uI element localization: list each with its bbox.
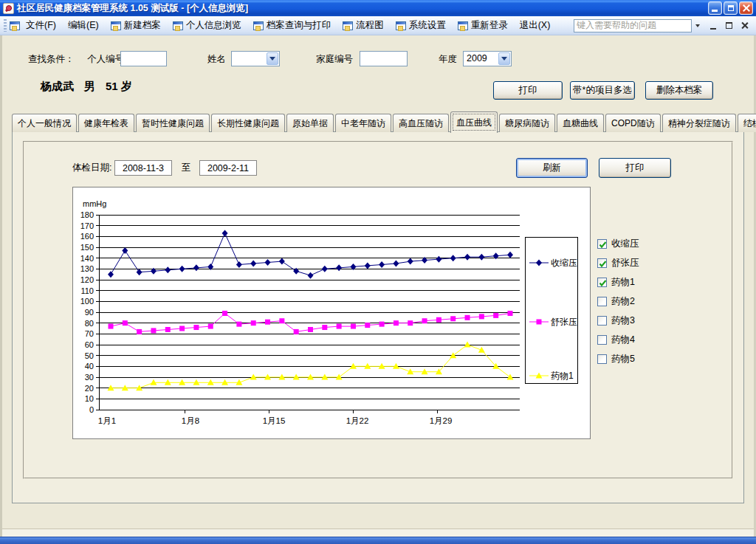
tab-7[interactable]: 血压曲线 [450,111,498,133]
square-marker [493,313,498,318]
checkbox-unchecked-icon[interactable] [597,335,607,345]
menu-items: 文件(F)编辑(E)新建档案个人信息浏览档案查询与打印流程图系统设置重新登录退出… [20,16,556,35]
tab-10[interactable]: COPD随访 [605,114,661,132]
personal-id-input[interactable] [120,51,167,66]
checkbox-checked-icon[interactable] [597,258,607,268]
series-toggle-label: 药物1 [611,276,635,289]
series-toggle-0[interactable]: 收缩压 [597,239,639,249]
menu-item-3[interactable]: 个人信息浏览 [167,18,247,34]
titlebar: 社区居民健康档案管理系统 1.05 测试版 - [个人信息浏览] [0,0,756,16]
chart-group-panel: 体检日期: 2008-11-3 至 2009-2-11 刷新 打印 010203… [23,141,733,479]
tab-0[interactable]: 个人一般情况 [12,114,77,132]
diamond-marker [265,259,271,266]
series-toggle-label: 收缩压 [611,238,639,250]
multi-select-button[interactable]: 带*的项目多选 [570,81,635,100]
checkbox-unchecked-icon[interactable] [597,297,607,306]
series-toggle-6[interactable]: 药物5 [597,354,639,364]
checkbox-checked-icon[interactable] [597,239,607,249]
triangle-marker [407,368,413,374]
close-icon [741,22,748,29]
series-toggle-3[interactable]: 药物2 [597,297,639,306]
square-marker [508,311,513,316]
tab-6[interactable]: 高血压随访 [393,114,449,132]
checkbox-unchecked-icon[interactable] [597,354,607,364]
date-from-field[interactable]: 2008-11-3 [114,160,172,176]
series-toggle-2[interactable]: 药物1 [597,278,639,287]
square-marker [222,311,227,316]
menu-item-6[interactable]: 系统设置 [390,18,452,34]
square-marker [208,324,213,329]
square-marker [179,326,185,331]
square-marker [137,329,142,334]
square-marker [365,323,370,328]
help-search-input[interactable]: 键入需要帮助的问题 [574,19,692,32]
mdi-minimize-button[interactable] [707,20,719,31]
svg-text:70: 70 [85,329,94,338]
tab-2[interactable]: 暂时性健康问题 [136,114,210,132]
chevron-down-icon[interactable] [498,52,510,65]
checkbox-checked-icon[interactable] [597,278,607,287]
tab-4[interactable]: 原始单据 [286,114,334,132]
print-chart-button[interactable]: 打印 [599,158,671,178]
diamond-marker [250,261,256,267]
patient-age: 51 岁 [106,80,132,94]
taskbar-strip [0,537,756,544]
restore-icon [726,22,732,29]
series-toggle-1[interactable]: 舒张压 [597,258,639,268]
tab-9[interactable]: 血糖曲线 [557,114,604,132]
menu-item-2[interactable]: 新建档案 [105,18,167,34]
tab-12[interactable]: 结核病随访 [738,114,756,132]
menu-item-label: 新建档案 [124,19,161,32]
tab-5[interactable]: 中老年随访 [335,114,391,132]
year-select[interactable]: 2009 [463,51,512,66]
help-dropdown-icon[interactable] [693,20,701,32]
svg-text:60: 60 [85,340,94,349]
date-to-field[interactable]: 2009-2-11 [199,160,257,176]
status-strip [2,528,754,537]
series-toggle-5[interactable]: 药物4 [597,335,639,345]
name-select[interactable] [231,51,280,66]
form-window-icon [343,21,353,30]
square-marker [408,320,413,326]
toolbar-grip-icon[interactable] [4,19,7,32]
y-axis-unit-label: mmHg [83,199,106,208]
menu-item-0[interactable]: 文件(F) [20,18,62,34]
series-toggle-4[interactable]: 药物3 [597,316,639,326]
square-marker [322,325,327,330]
square-marker [351,324,356,329]
tab-11[interactable]: 精神分裂症随访 [662,114,736,132]
chevron-down-icon[interactable] [267,52,278,65]
checkbox-unchecked-icon[interactable] [597,316,607,326]
legend-entry-label: 药物1 [551,371,574,381]
minimize-button[interactable] [708,1,722,15]
bp-chart-svg: 0102030405060708090100110120130140150160… [73,187,590,438]
menu-item-1[interactable]: 编辑(E) [62,18,105,34]
tab-1[interactable]: 健康年检表 [78,114,134,132]
menu-item-4[interactable]: 档案查询与打印 [247,18,337,34]
print-record-button[interactable]: 打印 [493,81,563,100]
family-id-input[interactable] [360,51,408,66]
restore-button[interactable] [724,1,738,15]
window-controls [708,1,753,15]
patient-name: 杨成武 [41,80,74,94]
tab-3[interactable]: 长期性健康问题 [211,114,285,132]
series-toggle-label: 药物4 [611,334,635,346]
delete-record-button[interactable]: 删除本档案 [645,81,713,100]
mdi-restore-button[interactable] [723,20,735,31]
square-marker [165,327,171,332]
diamond-marker [322,266,328,272]
mdi-close-button[interactable] [738,20,750,31]
tab-8[interactable]: 糖尿病随访 [499,114,555,132]
square-marker [436,317,441,323]
menu-item-5[interactable]: 流程图 [337,18,390,34]
menu-item-8[interactable]: 退出(X) [514,18,557,34]
menu-item-7[interactable]: 重新登录 [452,18,514,34]
refresh-button[interactable]: 刷新 [516,158,588,178]
series-toggle-list: 收缩压舒张压药物1药物2药物3药物4药物5 [597,239,639,364]
close-button[interactable] [739,1,753,15]
menubar: 文件(F)编辑(E)新建档案个人信息浏览档案查询与打印流程图系统设置重新登录退出… [0,16,756,35]
diamond-marker [137,269,142,275]
svg-text:90: 90 [85,308,94,317]
diamond-marker [122,247,128,254]
menu-item-label: 档案查询与打印 [267,19,331,32]
